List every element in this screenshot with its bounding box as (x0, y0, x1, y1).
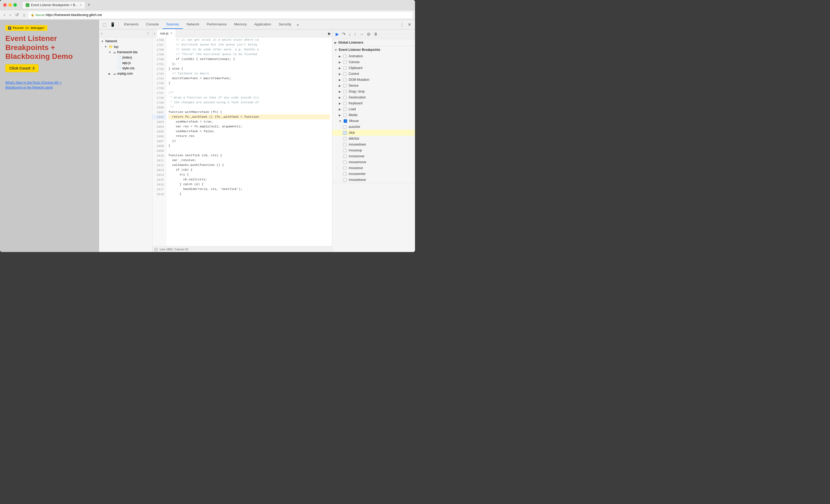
mouse-checkbox[interactable]: − (344, 119, 347, 123)
clipboard-checkbox[interactable] (343, 66, 347, 70)
file-tree-network[interactable]: ▼ Network (99, 38, 152, 44)
bp-clipboard[interactable]: ▶ Clipboard (332, 65, 415, 71)
close-button[interactable] (3, 3, 7, 7)
tab-memory[interactable]: Memory (230, 20, 251, 29)
step-button[interactable]: → (358, 31, 365, 38)
step-over-button[interactable]: ↷ (341, 31, 347, 38)
drag-drop-checkbox[interactable] (343, 90, 347, 93)
bp-geolocation[interactable]: ▶ Geolocation (332, 94, 415, 100)
tab-application[interactable]: Application (251, 20, 275, 29)
tab-security[interactable]: Security (275, 20, 295, 29)
bp-dom-mutation[interactable]: ▶ DOM Mutation (332, 77, 415, 83)
devtools-link[interactable]: What's New In DevTools (Chrome 66) > (5, 81, 93, 85)
tab-console[interactable]: Console (142, 20, 163, 29)
maximize-button[interactable] (13, 3, 17, 7)
deactivate-breakpoints-button[interactable]: ⊘ (366, 31, 372, 38)
file-panel-back-button[interactable]: ‹ (101, 31, 102, 36)
bp-drag-drop[interactable]: ▶ Drag / drop (332, 89, 415, 94)
device-toolbar-button[interactable]: 📱 (108, 21, 117, 28)
canvas-checkbox[interactable] (343, 60, 347, 64)
bp-mouseout[interactable]: mouseout (332, 165, 415, 171)
bp-mousedown[interactable]: mousedown (332, 141, 415, 148)
source-tab-close[interactable]: ✕ (170, 32, 172, 35)
tab-performance[interactable]: Performance (203, 20, 230, 29)
new-tab-button[interactable]: + (85, 2, 93, 8)
format-button[interactable]: { } (155, 248, 158, 251)
customize-devtools-button[interactable]: ⋮ (398, 21, 406, 28)
step-into-button[interactable]: ↓ (348, 31, 352, 38)
mouseover-checkbox[interactable] (343, 155, 347, 158)
bp-click[interactable]: ✓ click (332, 130, 415, 136)
resume-button[interactable]: ▶ (334, 31, 340, 38)
blackboxing-link[interactable]: Blackboxing in the Network panel (5, 86, 93, 89)
line-number-1810: 1810 (152, 153, 166, 158)
source-nav-prev[interactable]: ▶ (327, 30, 332, 37)
close-devtools-button[interactable]: ✕ (406, 21, 413, 28)
load-checkbox[interactable] (343, 107, 347, 111)
media-checkbox[interactable] (343, 114, 347, 117)
keyboard-checkbox[interactable] (343, 102, 347, 105)
file-tree-appjs[interactable]: ▶ 📄 app.js (99, 60, 152, 66)
event-listener-header[interactable]: ▼ Event Listener Breakpoints (332, 46, 415, 53)
tab-elements[interactable]: Elements (120, 20, 142, 29)
reload-button[interactable]: ↺ (14, 12, 20, 18)
mousedown-checkbox[interactable] (343, 143, 347, 146)
dblclick-checkbox[interactable] (343, 137, 347, 140)
tab-sources[interactable]: Sources (163, 20, 183, 29)
bp-auxclick[interactable]: auxclick (332, 124, 415, 130)
step-out-button[interactable]: ↑ (353, 31, 357, 38)
mouseenter-checkbox[interactable] (343, 172, 347, 176)
bp-animation[interactable]: ▶ Animation (332, 53, 415, 59)
dom-mutation-checkbox[interactable] (343, 78, 347, 82)
code-area[interactable]: // it can get stuck in a weird state whe… (166, 37, 332, 246)
bp-canvas[interactable]: ▶ Canvas (332, 59, 415, 65)
bp-control[interactable]: ▶ Control (332, 71, 415, 77)
bp-load[interactable]: ▶ Load (332, 106, 415, 112)
global-listeners-header[interactable]: ▶ Global Listeners (332, 39, 415, 46)
code-line-1807: }) (168, 138, 330, 144)
back-button[interactable]: ‹ (3, 12, 6, 18)
bp-device[interactable]: ▶ Device (332, 83, 415, 89)
device-checkbox[interactable] (343, 84, 347, 88)
address-input[interactable]: 🔒 Secure https://framework-blackboxing.g… (29, 12, 412, 18)
file-tree-unpkg[interactable]: ▶ ☁ unpkg.com (99, 71, 152, 76)
bp-dblclick[interactable]: dblclick (332, 136, 415, 141)
pause-on-exceptions-button[interactable]: ⏸ (373, 31, 379, 38)
source-tab-vuejs[interactable]: vue.js ✕ (157, 29, 176, 37)
file-tree-index[interactable]: ▶ 📄 (index) (99, 55, 152, 60)
bp-mouseover[interactable]: mouseover (332, 153, 415, 159)
tab-network[interactable]: Network (183, 20, 203, 29)
line-number-1800: 1800 (152, 105, 166, 110)
file-tree-stylecss[interactable]: ▶ 📄 style.css (99, 66, 152, 71)
bp-keyboard[interactable]: ▶ Keyboard (332, 100, 415, 106)
animation-checkbox[interactable] (343, 55, 347, 58)
bp-mouseleave[interactable]: mouseleave (332, 177, 415, 183)
mouseup-checkbox[interactable] (343, 149, 347, 152)
file-tree-top[interactable]: ▼ 📁 top (99, 44, 152, 50)
more-tabs-button[interactable]: » (295, 21, 300, 28)
browser-tab[interactable]: Event Listener Breakpoints + B... ✕ (22, 1, 85, 8)
control-checkbox[interactable] (343, 72, 347, 76)
minimize-button[interactable] (8, 3, 12, 7)
bp-mousemove[interactable]: mousemove (332, 159, 415, 165)
bp-mouseup[interactable]: mouseup (332, 148, 415, 153)
mouseout-checkbox[interactable] (343, 166, 347, 170)
forward-button[interactable]: › (8, 12, 12, 18)
bp-mouse[interactable]: ▼ − Mouse (332, 118, 415, 124)
click-checkbox[interactable]: ✓ (343, 131, 347, 134)
home-button[interactable]: ⌂ (22, 12, 27, 18)
file-tree-framework[interactable]: ▼ ☁ framework-bla (99, 50, 152, 55)
mouseup-label: mouseup (349, 149, 362, 152)
source-back-button[interactable]: ‹ (152, 31, 157, 36)
bp-media[interactable]: ▶ Media (332, 112, 415, 118)
bp-mouseenter[interactable]: mouseenter (332, 171, 415, 177)
inspect-element-button[interactable]: ⬚ (101, 21, 108, 28)
file-panel-more-button[interactable]: ⋮ (146, 31, 150, 36)
mousemove-checkbox[interactable] (343, 160, 347, 164)
code-line-1795: } (168, 81, 330, 86)
geolocation-checkbox[interactable] (343, 96, 347, 99)
tab-close-button[interactable]: ✕ (79, 3, 82, 7)
auxclick-checkbox[interactable] (343, 125, 347, 129)
mouseleave-checkbox[interactable] (343, 178, 347, 182)
cloud-icon-unpkg: ☁ (113, 72, 116, 75)
